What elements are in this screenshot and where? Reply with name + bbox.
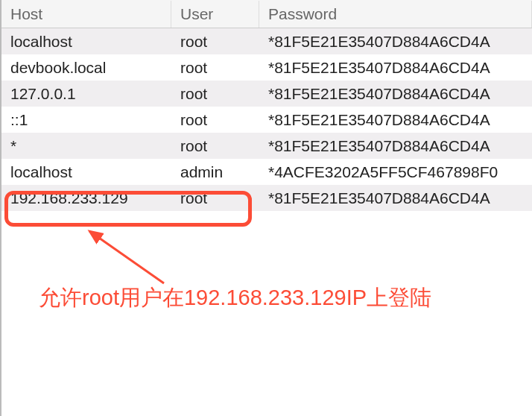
cell-user: admin <box>171 160 259 184</box>
cell-host: localhost <box>1 30 171 54</box>
cell-user: root <box>171 30 259 54</box>
column-header-user[interactable]: User <box>171 1 259 28</box>
cell-password: *81F5E21E35407D884A6CD4A <box>259 82 532 106</box>
table-row[interactable]: 192.168.233.129 root *81F5E21E35407D884A… <box>1 185 532 211</box>
user-table: Host User Password localhost root *81F5E… <box>0 0 532 416</box>
cell-user: root <box>171 56 259 80</box>
cell-user: root <box>171 108 259 132</box>
cell-user: root <box>171 186 259 210</box>
table-row[interactable]: devbook.local root *81F5E21E35407D884A6C… <box>1 54 532 81</box>
cell-password: *81F5E21E35407D884A6CD4A <box>259 108 532 132</box>
cell-user: root <box>171 82 259 106</box>
cell-host: devbook.local <box>1 56 171 80</box>
cell-user: root <box>171 134 259 158</box>
table-row[interactable]: 127.0.0.1 root *81F5E21E35407D884A6CD4A <box>1 81 532 107</box>
table-row[interactable]: localhost admin *4ACFE3202A5FF5CF467898F… <box>1 159 532 185</box>
cell-password: *81F5E21E35407D884A6CD4A <box>259 30 532 54</box>
cell-password: *81F5E21E35407D884A6CD4A <box>259 186 532 210</box>
column-header-host[interactable]: Host <box>1 1 171 28</box>
cell-host: ::1 <box>1 108 171 132</box>
table-row[interactable]: ::1 root *81F5E21E35407D884A6CD4A <box>1 107 532 133</box>
table-row[interactable]: localhost root *81F5E21E35407D884A6CD4A <box>1 28 532 54</box>
cell-host: * <box>1 134 171 158</box>
table-header-row: Host User Password <box>1 0 532 28</box>
cell-password: *81F5E21E35407D884A6CD4A <box>259 134 532 158</box>
cell-host: 192.168.233.129 <box>1 186 171 210</box>
cell-host: localhost <box>1 160 171 184</box>
table-row[interactable]: * root *81F5E21E35407D884A6CD4A <box>1 133 532 159</box>
cell-password: *81F5E21E35407D884A6CD4A <box>259 56 532 80</box>
cell-password: *4ACFE3202A5FF5CF467898F0 <box>259 160 532 184</box>
column-header-password[interactable]: Password <box>259 1 532 28</box>
cell-host: 127.0.0.1 <box>1 82 171 106</box>
table-body: localhost root *81F5E21E35407D884A6CD4A … <box>1 28 532 211</box>
